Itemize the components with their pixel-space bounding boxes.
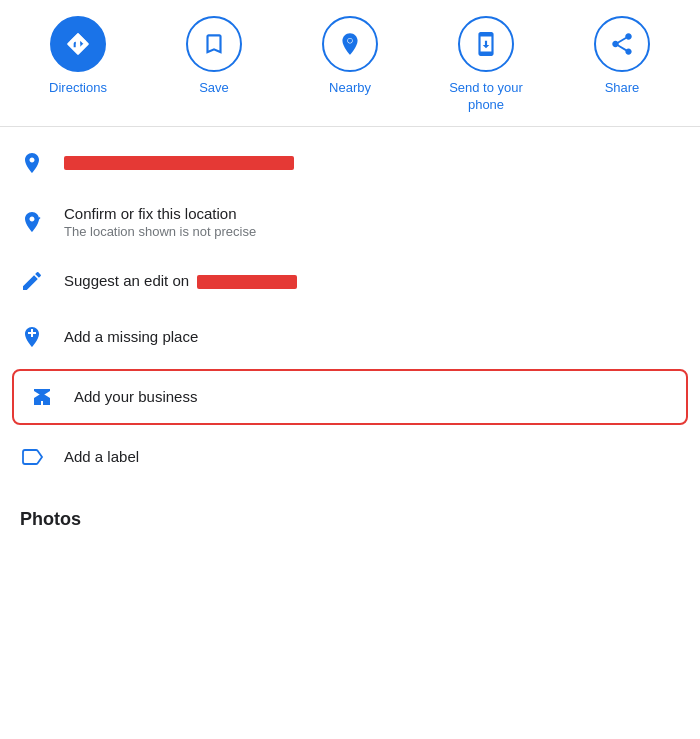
add-label-content: Add a label — [64, 448, 139, 465]
list-section: Confirm or fix this location The locatio… — [0, 127, 700, 493]
save-icon — [201, 31, 227, 57]
add-business-title: Add your business — [74, 388, 197, 405]
confirm-location-subtitle: The location shown is not precise — [64, 224, 256, 239]
send-to-phone-label: Send to your phone — [431, 80, 541, 114]
address-pin-icon — [20, 151, 44, 175]
photos-section: Photos — [0, 493, 700, 538]
send-to-phone-icon-circle — [458, 16, 514, 72]
confirm-location-title: Confirm or fix this location — [64, 205, 256, 222]
directions-icon-circle — [50, 16, 106, 72]
suggest-edit-item[interactable]: Suggest an edit on — [0, 253, 700, 309]
share-icon-circle — [594, 16, 650, 72]
add-business-item[interactable]: Add your business — [12, 369, 688, 425]
missing-place-title: Add a missing place — [64, 328, 198, 345]
missing-place-icon — [20, 325, 44, 349]
nearby-action[interactable]: Nearby — [295, 16, 405, 97]
share-action[interactable]: Share — [567, 16, 677, 97]
suggest-edit-icon — [20, 269, 44, 293]
suggest-edit-redacted — [197, 275, 297, 289]
save-action[interactable]: Save — [159, 16, 269, 97]
missing-place-content: Add a missing place — [64, 328, 198, 345]
address-content — [64, 156, 294, 170]
address-redacted — [64, 156, 294, 170]
photos-title: Photos — [20, 509, 81, 529]
nearby-label: Nearby — [329, 80, 371, 97]
add-label-icon — [20, 445, 44, 469]
send-to-phone-icon — [473, 31, 499, 57]
confirm-location-item[interactable]: Confirm or fix this location The locatio… — [0, 191, 700, 253]
add-label-title: Add a label — [64, 448, 139, 465]
action-bar: Directions Save Nearby Send to your phon… — [0, 0, 700, 127]
send-to-phone-action[interactable]: Send to your phone — [431, 16, 541, 114]
directions-action[interactable]: Directions — [23, 16, 133, 97]
share-label: Share — [605, 80, 640, 97]
nearby-icon-circle — [322, 16, 378, 72]
confirm-location-content: Confirm or fix this location The locatio… — [64, 205, 256, 239]
missing-place-item[interactable]: Add a missing place — [0, 309, 700, 365]
add-label-item[interactable]: Add a label — [0, 429, 700, 485]
add-business-icon — [30, 385, 54, 409]
save-label: Save — [199, 80, 229, 97]
save-icon-circle — [186, 16, 242, 72]
svg-point-0 — [348, 39, 352, 43]
nearby-icon — [337, 31, 363, 57]
add-business-content: Add your business — [74, 388, 197, 405]
suggest-edit-content: Suggest an edit on — [64, 272, 297, 289]
directions-icon — [65, 31, 91, 57]
address-item[interactable] — [0, 135, 700, 191]
suggest-edit-title: Suggest an edit on — [64, 272, 297, 289]
confirm-location-icon — [20, 210, 44, 234]
directions-label: Directions — [49, 80, 107, 97]
share-icon — [609, 31, 635, 57]
